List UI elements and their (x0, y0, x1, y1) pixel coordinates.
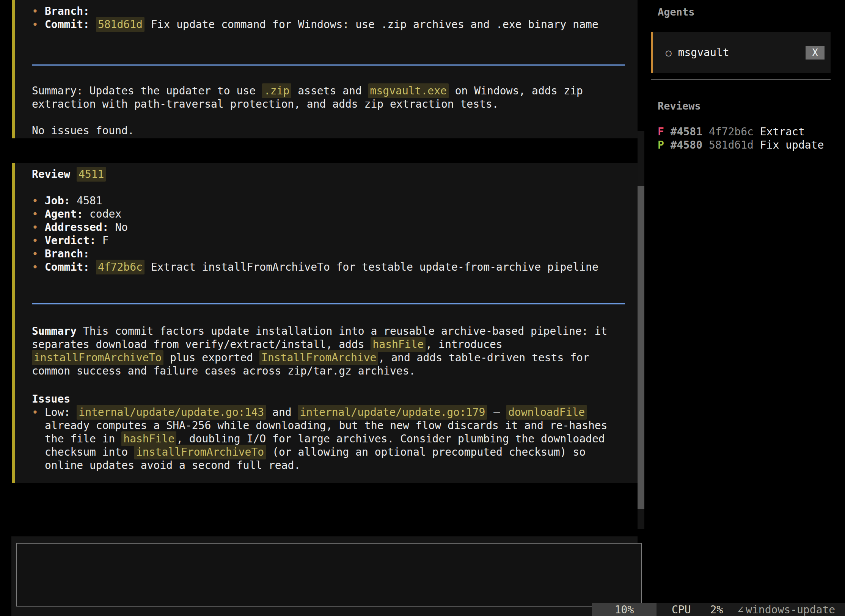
code-token: internal/update/update.go:143 (77, 405, 266, 420)
verdict-letter: F (658, 125, 664, 138)
spacer (32, 181, 638, 194)
text-segment: F (96, 234, 109, 247)
text-line: checksum into installFromArchiveTo (or a… (32, 445, 638, 459)
text-segment: common success and failure cases across … (32, 365, 415, 377)
app-window: •Branch:•Commit: 581d61d Fix update comm… (0, 0, 845, 616)
verdict-letter: P (658, 139, 664, 151)
job-id: #4580 (671, 139, 702, 151)
bullet-icon: • (32, 18, 38, 31)
commit-hash: 581d61d (709, 139, 754, 151)
composer-panel (11, 536, 638, 616)
text-segment: 4581 (70, 194, 102, 207)
code-token: downloadFile (506, 405, 587, 420)
spacer (754, 125, 760, 138)
review-card-previous: •Branch:•Commit: 581d61d Fix update comm… (12, 0, 638, 138)
agent-status-icon: ○ (666, 47, 672, 58)
text-segment: This commit factors update installation … (77, 325, 607, 337)
code-token: hashFile (121, 431, 176, 446)
agent-close-button[interactable]: X (806, 46, 825, 60)
bullet-line: •Agent: codex (32, 207, 638, 221)
code-token: .zip (262, 83, 291, 98)
text-segment: separates download from verify/extract/i… (32, 338, 371, 351)
spacer (702, 125, 709, 138)
bullet-icon: • (32, 406, 38, 419)
review-title: Review 4511 (32, 168, 638, 181)
text-segment: Agent: (45, 208, 83, 220)
text-segment: checksum into (45, 446, 134, 458)
message-input[interactable] (16, 543, 642, 607)
reviews-heading: Reviews (658, 99, 701, 113)
text-line: Summary This commit factors update insta… (32, 324, 638, 338)
code-token: installFromArchiveTo (32, 350, 163, 365)
commit-title: Fix update (760, 139, 824, 151)
text-segment: Addressed: (45, 221, 109, 234)
review-no-issues: No issues found. (32, 124, 638, 137)
text-segment: online updates avoid a second full read. (45, 459, 300, 472)
text-segment: (or allowing an optional precomputed che… (266, 446, 586, 458)
scrollbar-thumb[interactable] (638, 186, 644, 509)
text-segment (70, 168, 77, 180)
text-segment: extraction with path-traversal protectio… (32, 98, 499, 110)
review-fields: •Job: 4581•Agent: codex•Addressed: No•Ve… (32, 194, 638, 274)
code-token: installFromArchiveTo (134, 445, 266, 459)
issues-list: •Low: internal/update/update.go:143 and … (32, 406, 638, 472)
review-list-item[interactable]: F #4581 4f72b6c Extract (658, 125, 824, 138)
code-token: 4511 (77, 167, 106, 182)
text-segment: Commit: (45, 18, 90, 31)
spacer (664, 125, 671, 138)
job-id: #4581 (671, 125, 702, 138)
branch-icon: ∠ (737, 603, 744, 616)
text-segment: Branch: (45, 5, 90, 17)
text-line: No issues found. (32, 124, 638, 137)
bullet-icon: • (32, 234, 38, 247)
text-segment: Branch: (45, 248, 90, 260)
bullet-icon: • (32, 194, 38, 207)
text-segment: and (266, 406, 298, 419)
text-segment: the file in (45, 433, 121, 445)
bullet-icon: • (32, 207, 38, 221)
commit-fields: •Branch:•Commit: 581d61d Fix update comm… (32, 5, 638, 31)
code-token: 581d61d (96, 17, 144, 32)
text-segment: Low: (45, 406, 77, 419)
text-line: Summary: Updates the updater to use .zip… (32, 84, 638, 97)
bullet-line: •Branch: (32, 5, 638, 18)
bullet-icon: • (32, 5, 38, 18)
text-segment: , doubling I/O for large archives. Consi… (176, 433, 605, 445)
bullet-line: •Verdict: F (32, 234, 638, 247)
text-segment: already computes a SHA-256 while downloa… (45, 419, 607, 432)
text-segment: codex (83, 208, 121, 220)
text-line: separates download from verify/extract/i… (32, 338, 638, 351)
review-separator-line (32, 303, 625, 304)
review-card-previous-content: •Branch:•Commit: 581d61d Fix update comm… (15, 0, 638, 137)
text-segment: Fix update command for Windows: use .zip… (144, 18, 598, 31)
text-segment: Summary: Updates the updater to use (32, 85, 262, 97)
agent-card-msgvault[interactable]: ○ msgvault X (651, 32, 831, 73)
text-line: Issues (32, 392, 638, 406)
text-segment: , introduces (426, 338, 502, 351)
reviews-list: F #4581 4f72b6c ExtractP #4580 581d61d F… (658, 125, 824, 152)
text-segment: Verdict: (45, 234, 96, 247)
bullet-line: •Job: 4581 (32, 194, 638, 207)
agents-heading: Agents (658, 5, 695, 19)
text-line: Review 4511 (32, 168, 638, 181)
code-token: internal/update/update.go:179 (298, 405, 487, 420)
text-line: extraction with path-traversal protectio… (32, 97, 638, 111)
review-list-item[interactable]: P #4580 581d61d Fix update (658, 138, 824, 152)
issues-heading: Issues (32, 392, 638, 406)
review-separator-line (32, 64, 625, 66)
status-bar-right: CPU 2% ∠ windows-update (657, 603, 845, 616)
text-segment: Issues (32, 393, 70, 405)
text-segment: Job: (45, 194, 70, 207)
branch-name: windows-update (746, 603, 835, 616)
commit-title: Extract (760, 125, 805, 138)
status-bar: 10% CPU 2% ∠ windows-update (592, 603, 845, 616)
text-segment: Review (32, 168, 70, 180)
sidebar-divider (651, 79, 831, 80)
review-card-4511: Review 4511 •Job: 4581•Agent: codex•Addr… (12, 163, 638, 483)
sidebar: Agents ○ msgvault X Reviews F #4581 4f72… (651, 0, 845, 616)
review-card-4511-content: Review 4511 •Job: 4581•Agent: codex•Addr… (15, 163, 638, 472)
bullet-icon: • (32, 247, 38, 260)
text-segment: plus exported (163, 351, 259, 364)
bullet-line: •Commit: 4f72b6c Extract installFromArch… (32, 260, 638, 274)
text-line: online updates avoid a second full read. (32, 459, 638, 472)
